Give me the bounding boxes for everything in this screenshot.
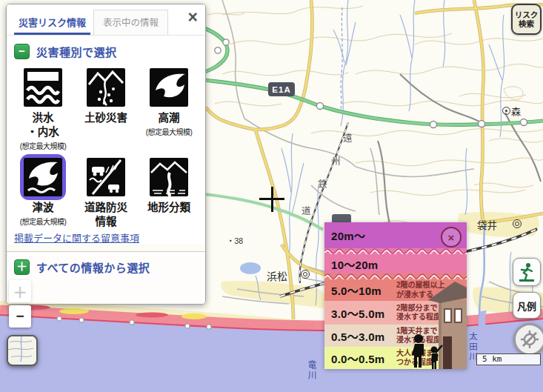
zoom-out-button[interactable]: − bbox=[9, 305, 31, 328]
icon-label: 道路防災 bbox=[84, 202, 127, 214]
landslide-icon bbox=[87, 68, 125, 107]
section-title-disaster-type: 災害種別で選択 bbox=[36, 44, 117, 59]
disaster-option-flood[interactable]: 洪水 ・内水 (想定最大規模) bbox=[20, 64, 67, 151]
tab-displayed-info[interactable]: 表示中の情報 bbox=[93, 10, 168, 35]
disaster-icon-grid: 洪水 ・内水 (想定最大規模) 土砂災害 bbox=[7, 64, 205, 228]
legend-wave-separator bbox=[324, 273, 467, 279]
city-marker-hamamatsu bbox=[301, 270, 310, 279]
data-notice-link[interactable]: 掲載データに関する留意事項 bbox=[14, 230, 198, 245]
icon-label: 津波 bbox=[32, 202, 53, 214]
legend-range: 5.0～10m bbox=[331, 282, 396, 298]
overview-map-button[interactable] bbox=[7, 335, 38, 366]
disaster-option-tsunami[interactable]: 津波 (想定最大規模) bbox=[20, 154, 67, 228]
tsunami-selected-border bbox=[20, 154, 66, 200]
tab-disaster-risk-info[interactable]: 災害リスク情報 bbox=[14, 11, 90, 35]
icon-label: 洪水 bbox=[32, 112, 53, 124]
icon-sublabel: (想定最大規模) bbox=[20, 216, 67, 227]
storm-surge-icon bbox=[150, 68, 188, 107]
city-marker-fukuroi bbox=[513, 219, 522, 228]
risk-search-label: リスク bbox=[515, 10, 539, 19]
tsunami-depth-legend: × 20m～ 10～20m 5.0～10m 2階の屋根以上が浸水する 3.0～5… bbox=[324, 222, 467, 369]
expand-section-button[interactable]: ＋ bbox=[14, 259, 30, 275]
hazard-map-app: ＋ E1A 森 袋井 浜松 ・38 太田川 竜川 遠 州 鉄 道 災害リスク情報… bbox=[0, 0, 543, 392]
risk-search-button[interactable]: リスク 検索 bbox=[511, 4, 542, 35]
legend-range: 0.5～3.0m bbox=[331, 328, 396, 344]
icon-label: ・内水 bbox=[27, 126, 59, 139]
flood-icon bbox=[24, 68, 62, 107]
icon-label: 地形分類 bbox=[147, 202, 190, 214]
legend-row: 10～20m bbox=[324, 254, 467, 273]
scale-bar: 5 km bbox=[476, 353, 541, 365]
geolocation-disabled-button[interactable] bbox=[513, 323, 543, 356]
minimap-thumbnail bbox=[8, 336, 33, 362]
panel-tabs: 災害リスク情報 表示中の情報 × bbox=[7, 4, 205, 36]
risk-search-label: 検索 bbox=[519, 19, 534, 28]
tsunami-icon bbox=[24, 158, 62, 196]
icon-label: 高潮 bbox=[158, 112, 179, 124]
icon-sublabel: (想定最大規模) bbox=[146, 126, 193, 137]
close-icon[interactable]: × bbox=[188, 9, 198, 26]
town-marker-mori bbox=[502, 107, 510, 115]
legend-range: 10～20m bbox=[331, 256, 396, 272]
expressway-badge-e1a: E1A bbox=[268, 82, 295, 96]
legend-toggle-button[interactable]: 凡例 bbox=[513, 292, 541, 319]
legend-button-label: 凡例 bbox=[517, 299, 536, 313]
icon-sublabel: (想定最大規模) bbox=[20, 140, 67, 151]
terrain-icon bbox=[150, 158, 188, 196]
disaster-info-panel: 災害リスク情報 表示中の情報 × − 災害種別で選択 洪水 bbox=[6, 4, 206, 305]
legend-close-icon[interactable]: × bbox=[441, 227, 462, 248]
disaster-option-landslide[interactable]: 土砂災害 bbox=[83, 64, 129, 151]
map-lake bbox=[240, 262, 261, 274]
legend-wave-separator bbox=[324, 248, 467, 254]
road-disaster-icon bbox=[87, 158, 125, 196]
icon-label: 情報 bbox=[96, 216, 117, 228]
legend-range: 0.0～0.5m bbox=[331, 351, 396, 366]
evacuation-site-button[interactable] bbox=[513, 258, 541, 286]
icon-label: 土砂災害 bbox=[84, 112, 127, 124]
legend-range: 20m～ bbox=[331, 227, 396, 243]
location-crosshair-icon bbox=[520, 330, 539, 349]
disaster-option-storm-surge[interactable]: 高潮 (想定最大規模) bbox=[146, 64, 193, 151]
collapse-section-button[interactable]: − bbox=[14, 44, 30, 59]
people-illustration bbox=[410, 333, 444, 369]
section-title-all-info: すべての情報から選択 bbox=[36, 259, 150, 275]
running-person-icon bbox=[516, 262, 537, 282]
disaster-option-terrain[interactable]: 地形分類 bbox=[146, 154, 192, 228]
legend-range: 3.0～5.0m bbox=[331, 305, 396, 321]
disaster-option-road-disaster[interactable]: 道路防災 情報 bbox=[83, 154, 129, 228]
center-crosshair bbox=[271, 187, 273, 212]
